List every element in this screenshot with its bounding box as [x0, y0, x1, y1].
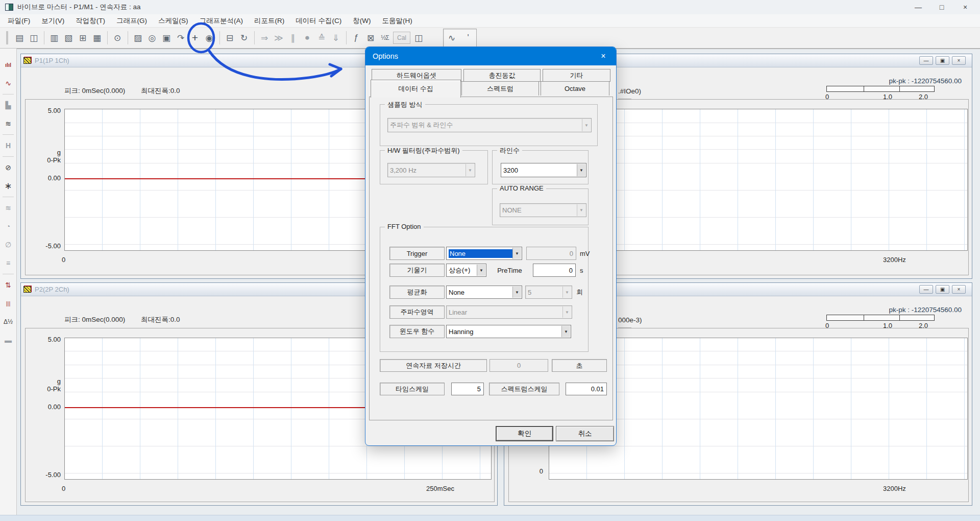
marker-icon[interactable]: ' — [462, 30, 474, 45]
fast-forward-icon[interactable]: ≫ — [272, 30, 286, 45]
copy-view-icon[interactable]: ▣ — [159, 30, 174, 45]
x-tick-max: 3200Hz — [883, 485, 906, 492]
spectrum-bars-icon[interactable]: ılıl — [2, 58, 15, 72]
cancel-button[interactable]: 취소 — [556, 426, 614, 441]
waterfall-gray-icon[interactable]: ≋ — [2, 201, 15, 215]
dialog-close-button[interactable]: × — [595, 50, 612, 62]
harmonic-h-icon[interactable]: H — [2, 139, 15, 152]
function-tool-icon[interactable]: ƒ — [349, 30, 363, 45]
sampling-method-select: 주파수 범위 & 라인수 ▼ — [387, 118, 592, 132]
y-tick: -5.00 — [36, 242, 61, 250]
pretime-label: PreTime — [489, 264, 530, 277]
envelope-signal-icon[interactable]: ∗ — [2, 179, 15, 193]
peak-arrows-icon[interactable]: ⇅ — [2, 278, 15, 292]
maximize-button[interactable]: □ — [930, 0, 953, 14]
bar-graph-icon[interactable]: ▙ — [2, 99, 15, 112]
gauge-meter-icon[interactable]: ◔ — [2, 220, 15, 233]
waterfall-scatter-icon[interactable]: ≋ — [2, 117, 15, 130]
time-waveform-icon[interactable]: ∿ — [2, 77, 15, 90]
lock-data-icon[interactable]: ⊠ — [363, 30, 378, 45]
close-button[interactable]: × — [953, 0, 977, 14]
menu-data-acquisition[interactable]: 데이터 수집(C) — [290, 14, 347, 28]
slope-select[interactable]: 상승(+) ▼ — [446, 264, 486, 277]
menu-workspace[interactable]: 작업창(T) — [70, 14, 111, 28]
delta-half-icon[interactable]: Δ½ — [2, 315, 15, 328]
pause-icon[interactable]: ∥ — [286, 30, 300, 45]
menu-graph-analysis[interactable]: 그래프분석(A) — [194, 14, 249, 28]
tab-etc[interactable]: 기타 — [543, 69, 610, 82]
open-project-icon[interactable]: ▤ — [12, 30, 27, 45]
menu-report[interactable]: 리포트(R) — [249, 14, 290, 28]
level-bars-icon[interactable]: ||| — [2, 297, 15, 310]
menu-view[interactable]: 보기(V) — [36, 14, 70, 28]
toolbar-separator — [104, 31, 110, 44]
time-scale-field[interactable]: 5 — [451, 383, 484, 395]
sidebar-separator — [3, 134, 14, 135]
step-forward-icon[interactable]: ⇒ — [257, 30, 272, 45]
graph-type-toolbar: ılıl ∿ ▙ ≋ H ⊘ ∗ ≋ ◔ ∅ ≡ ⇅ ||| Δ½ ▬ — [0, 49, 17, 515]
menu-file[interactable]: 파일(F) — [2, 14, 36, 28]
frequency-domain-label: 주파수영역 — [389, 305, 445, 319]
panel-restore-button[interactable]: ▣ — [936, 285, 949, 294]
trigger-select[interactable]: None ▼ — [446, 247, 522, 260]
panel-p1-title: P1(1P 1Ch) — [35, 57, 69, 64]
panel-restore-button[interactable]: ▣ — [936, 56, 949, 65]
max-amplitude-readout: 최대진폭:0.0 — [141, 315, 180, 324]
zoom-area-icon[interactable]: ◎ — [145, 30, 159, 45]
redo-arrow-icon[interactable]: ↷ — [174, 30, 188, 45]
zoom-icon[interactable]: ⊙ — [110, 30, 125, 45]
select-region-icon[interactable]: ▨ — [131, 30, 145, 45]
search-data-icon[interactable]: ◉ — [202, 30, 216, 45]
stop-download-icon[interactable]: ⇓ — [329, 30, 343, 45]
panel-minimize-button[interactable]: — — [919, 285, 933, 294]
window-function-select[interactable]: Hanning ▼ — [446, 325, 571, 338]
eject-icon[interactable]: ≙ — [314, 30, 329, 45]
spectrum-scale-field[interactable]: 0.01 — [566, 383, 607, 395]
hw-filter-select: 3,200 Hz ▼ — [387, 163, 475, 177]
panel-close-button[interactable]: × — [952, 285, 966, 294]
panel-minimize-button[interactable]: — — [919, 56, 933, 65]
chevron-down-icon: ▼ — [512, 248, 521, 259]
report-lines-icon[interactable]: ≡ — [2, 256, 15, 270]
y-tick: 5.00 — [36, 107, 61, 114]
add-graph-icon[interactable]: ⊞ — [76, 30, 90, 45]
toolbar-grip[interactable] — [6, 31, 8, 44]
delete-graph-icon[interactable]: ▧ — [61, 30, 76, 45]
record-icon[interactable]: ● — [300, 30, 314, 45]
menu-scale[interactable]: 스케일(S) — [153, 14, 194, 28]
menu-window[interactable]: 창(W) — [347, 14, 376, 28]
zoom-waveform-icon[interactable]: ⊘ — [2, 161, 15, 174]
tab-data-acquisition[interactable]: 데이터 수집 — [371, 80, 461, 98]
refresh-window-icon[interactable]: ↻ — [237, 30, 251, 45]
orbit-plot-icon[interactable]: ∅ — [2, 238, 15, 251]
tab-spectrum[interactable]: 스펙트럼 — [461, 81, 539, 96]
impact-curve-icon[interactable]: ∿ — [446, 30, 458, 45]
collapse-strip-icon[interactable]: ▬ — [2, 334, 15, 347]
options-dialog-titlebar[interactable]: Options × — [365, 47, 616, 65]
save-project-icon[interactable]: ◫ — [27, 30, 41, 45]
peak-readout: 피크: 0mSec(0.000) — [64, 315, 125, 324]
menu-graph[interactable]: 그래프(G) — [111, 14, 153, 28]
half-spectrum-icon[interactable]: ½Σ — [378, 30, 392, 45]
averaging-select[interactable]: None ▼ — [446, 286, 522, 299]
minimize-button[interactable]: — — [906, 0, 930, 14]
y-axis-unit: g — [36, 377, 61, 385]
range-ruler — [826, 315, 935, 321]
save-time-unit: 초 — [552, 359, 607, 372]
x-tick-origin: 0 — [62, 485, 65, 492]
graph-window-icon[interactable]: ▥ — [47, 30, 61, 45]
impact-mini-toolbar: ∿ ' — [443, 29, 477, 47]
pretime-field[interactable]: 0 — [533, 264, 576, 277]
crosshair-cursor-icon[interactable]: + — [188, 30, 202, 45]
export-graph-icon[interactable]: ⊟ — [223, 30, 237, 45]
line-count-select[interactable]: 3200 ▼ — [501, 163, 586, 177]
ok-button[interactable]: 확인 — [496, 426, 553, 441]
tab-overall-vibration[interactable]: 총진동값 — [463, 69, 541, 82]
window-layout-icon[interactable]: ▦ — [90, 30, 104, 45]
calibrate-button[interactable]: Cal — [393, 32, 410, 44]
panel-close-button[interactable]: × — [952, 56, 966, 65]
menu-help[interactable]: 도움말(H) — [376, 14, 418, 28]
tab-octave[interactable]: Octave — [541, 81, 609, 96]
calibration-graph-icon[interactable]: ◫ — [411, 30, 426, 45]
line-count-group-label: 라인수 — [497, 146, 522, 155]
